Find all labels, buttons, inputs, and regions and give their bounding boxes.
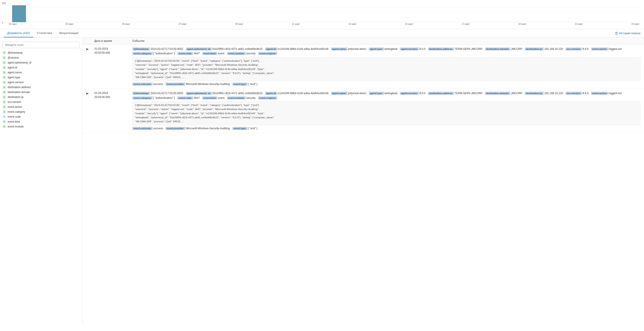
log-field-label: event.kind:	[202, 52, 217, 55]
history-search-label: История поиска	[619, 32, 640, 35]
field-search-input[interactable]	[3, 42, 80, 48]
log-field-value: jollymeal-demo	[348, 48, 367, 50]
table-header: Дата и время События	[83, 38, 644, 44]
field-name-label: agent.name	[8, 71, 22, 74]
log-footer-field-label: event.provider:	[166, 127, 185, 130]
sidebar-field-item[interactable]: tagent.version	[0, 80, 82, 85]
tabs-bar: Документы (410) Статистика Визуализация …	[0, 29, 644, 38]
log-field-value: e13410f4-896d-4140-a4ba-4ed54ce58149	[278, 92, 329, 95]
sidebar-field-item[interactable]: tdestination.ip	[0, 94, 82, 100]
log-footer-field-value: Microsoft-Windows-Security-Auditing	[186, 82, 230, 86]
log-json-content: {"@timestamp": "2024-03-01T20:03:00", "e…	[132, 102, 640, 125]
sidebar-search[interactable]	[3, 42, 80, 48]
sidebar-field-item[interactable]: tagent.name	[0, 70, 82, 75]
log-field-label: agent.ephemeral_id:	[186, 92, 212, 95]
log-field-value: logged-out	[609, 92, 622, 95]
x-label-6: 13 март	[348, 23, 356, 25]
field-name-label: event.action	[8, 105, 22, 108]
log-content: @timestamp:2024-03-01T17:03:00.000Z agen…	[132, 47, 640, 86]
log-field-label: destination.address:	[428, 48, 454, 50]
sidebar-field-item[interactable]: t@version	[0, 55, 82, 60]
sidebar-field-item[interactable]: tevent.kind	[0, 119, 82, 124]
log-field-label: destination.domain:	[485, 48, 511, 50]
field-name-label: event.code	[8, 115, 21, 118]
field-type-badge: t	[3, 76, 6, 79]
sidebar-field-item[interactable]: tevent.category	[0, 109, 82, 114]
log-field-label: event.category:	[132, 52, 153, 55]
field-type-badge: t	[3, 100, 6, 104]
log-field-label: event.action:	[591, 92, 608, 95]
table-row: ▶01-03-2024 20:03:00.000@timestamp:2024-…	[83, 89, 644, 133]
log-field-label: event.code:	[177, 52, 193, 55]
x-label-8: 17 март	[462, 23, 470, 25]
sidebar-field-item[interactable]: tecs.version	[0, 100, 82, 104]
field-type-badge: t	[3, 61, 6, 64]
log-field-value: jollymeal-demo	[348, 92, 367, 95]
history-search-button[interactable]: ☰ История поиска	[615, 31, 640, 35]
field-name-label: agent.type	[8, 76, 20, 79]
chart-y-min: 0	[2, 21, 3, 24]
x-label-0: 01 март	[9, 23, 17, 25]
sidebar-field-item[interactable]: tagent.type	[0, 75, 82, 80]
log-footer-field-label: event.outcome:	[132, 82, 153, 86]
field-name-label: ecs.version	[8, 100, 21, 104]
sidebar: t@timestampt@versiontagent.ephemeral_idt…	[0, 38, 83, 324]
log-field-label: agent.name:	[331, 48, 348, 50]
field-name-label: @version	[8, 56, 19, 59]
log-field-label: ecs.version:	[566, 48, 582, 50]
log-field-value: [ "authentication" ]	[153, 96, 176, 100]
sidebar-field-item[interactable]: tagent.ephemeral_id	[0, 60, 82, 65]
log-field-value: 2024-03-01T17:03:00.000Z	[150, 48, 184, 50]
field-type-badge: t	[3, 66, 6, 69]
field-type-badge: t	[3, 96, 6, 99]
log-datetime: 01-03-2024 20:03:00.000	[94, 47, 132, 55]
sidebar-field-item[interactable]: t@timestamp	[0, 50, 82, 55]
log-content: @timestamp:2024-03-01T17:03:00.000Z agen…	[132, 91, 640, 130]
log-footer-field-label: event.provider:	[166, 82, 185, 86]
list-icon: ☰	[615, 31, 618, 35]
sidebar-field-item[interactable]: tagent.id	[0, 65, 82, 70]
log-field-value: 02e29f56-c819-4371-ab81-ce9eb68c8b15	[212, 48, 264, 50]
sidebar-field-item[interactable]: tdestination.address	[0, 85, 82, 90]
log-field-value: event	[218, 96, 225, 100]
log-field-value: security	[246, 52, 256, 55]
log-field-label: agent.name:	[331, 92, 348, 95]
log-field-label: agent.version:	[400, 92, 419, 95]
log-field-value: [ "authentication" ]	[153, 52, 176, 55]
log-footer-field-value: success	[153, 127, 164, 130]
field-type-badge: t	[3, 125, 6, 128]
row-expand-button[interactable]: ▶	[86, 91, 94, 95]
field-type-badge: #	[3, 115, 6, 118]
log-field-label: event.original:	[258, 52, 277, 55]
log-field-value: 02e29f56-c819-4371-ab81-ce9eb68c8b15	[212, 92, 264, 95]
log-field-label: ecs.version:	[566, 92, 582, 95]
field-type-badge: t	[3, 71, 6, 74]
log-field-value: 8.0.0	[420, 92, 426, 95]
tab-documents[interactable]: Документы (410)	[4, 29, 33, 37]
log-field-value: e13410f4-896d-4140-a4ba-4ed54ce58149	[278, 48, 329, 50]
sidebar-field-item[interactable]: tdestination.domain	[0, 90, 82, 94]
tabs-list: Документы (410) Статистика Визуализация	[4, 29, 82, 37]
log-field-label: @timestamp:	[132, 92, 150, 95]
log-field-label: destination.address:	[428, 92, 454, 95]
log-footer-field-label: event.outcome:	[132, 127, 153, 130]
tab-visualization[interactable]: Визуализация	[56, 29, 82, 37]
sidebar-field-item[interactable]: #event.code	[0, 114, 82, 119]
log-field-label: @timestamp:	[132, 48, 150, 50]
tab-statistics[interactable]: Статистика	[33, 29, 56, 37]
log-field-label: destination.ip:	[525, 48, 544, 50]
log-rows: ▶01-03-2024 20:03:00.000@timestamp:2024-…	[83, 44, 644, 133]
field-type-badge: t	[3, 90, 6, 94]
log-field-label: event.original:	[258, 96, 277, 100]
log-field-value: 2024-03-01T17:03:00.000Z	[150, 92, 184, 95]
sidebar-field-item[interactable]: tevent.action	[0, 104, 82, 109]
col-header-datetime: Дата и время	[94, 39, 132, 42]
content-area: Дата и время События ▶01-03-2024 20:03:0…	[83, 38, 644, 324]
row-expand-button[interactable]: ▶	[86, 47, 94, 51]
log-field-value: TERM-SERV-JMCORP	[454, 48, 483, 50]
log-field-value: 4647	[194, 52, 200, 55]
log-field-value: 8.9.0	[582, 92, 589, 95]
log-footer-field-label: event.type:	[232, 127, 248, 130]
sidebar-field-item[interactable]: tevent.module	[0, 124, 82, 129]
field-name-label: agent.version	[8, 81, 24, 84]
